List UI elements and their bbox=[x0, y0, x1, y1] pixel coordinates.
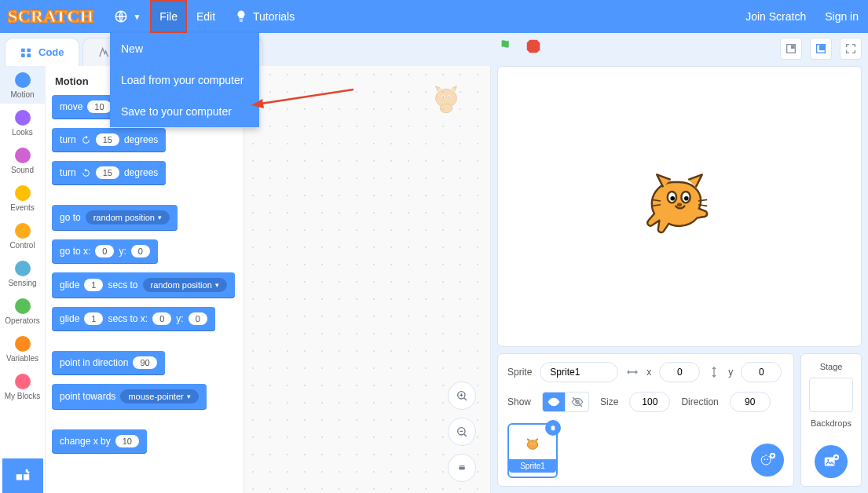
sprite-y-input[interactable] bbox=[741, 362, 782, 382]
block-dropdown[interactable]: random position bbox=[86, 210, 170, 225]
block-input[interactable]: 90 bbox=[133, 356, 156, 369]
block-input[interactable]: 1 bbox=[84, 312, 103, 325]
image-plus-icon bbox=[822, 453, 840, 470]
block-turn-ccw[interactable]: turn15degrees bbox=[52, 161, 166, 184]
block-text: glide bbox=[60, 279, 79, 290]
stage-heading: Stage bbox=[820, 362, 843, 371]
eye-icon bbox=[548, 396, 560, 408]
cat-motion[interactable]: Motion bbox=[0, 66, 46, 104]
stage-small-button[interactable] bbox=[780, 38, 802, 60]
block-point-towards[interactable]: point towardsmouse-pointer bbox=[52, 384, 207, 409]
cat-sensing[interactable]: Sensing bbox=[0, 254, 46, 292]
block-dropdown[interactable]: random position bbox=[143, 278, 227, 292]
cat-events[interactable]: Events bbox=[0, 179, 46, 217]
sprite-cat[interactable] bbox=[636, 163, 723, 250]
block-input[interactable]: 10 bbox=[87, 100, 111, 113]
hide-sprite-button[interactable] bbox=[566, 392, 589, 412]
svg-point-36 bbox=[767, 458, 768, 460]
code-icon bbox=[20, 46, 32, 59]
cat-plus-icon bbox=[759, 451, 776, 469]
sprite-name-input[interactable] bbox=[540, 362, 618, 382]
block-text: secs to bbox=[108, 279, 137, 290]
add-extension-button[interactable] bbox=[2, 458, 43, 493]
svg-rect-11 bbox=[820, 46, 826, 49]
workspace-sprite-watermark bbox=[427, 80, 465, 121]
stage[interactable] bbox=[497, 66, 862, 347]
block-goto-xy[interactable]: go to x:0y:0 bbox=[52, 239, 158, 263]
block-dropdown[interactable]: mouse-pointer bbox=[120, 389, 198, 404]
sprite-info-panel: Sprite x y Show Size bbox=[497, 353, 794, 487]
block-text: move bbox=[60, 101, 82, 112]
sprite-thumbnail[interactable]: Sprite1 bbox=[507, 423, 558, 478]
file-load[interactable]: Load from your computer bbox=[110, 64, 259, 96]
block-change-x[interactable]: change x by10 bbox=[52, 429, 147, 453]
direction-label: Direction bbox=[681, 396, 718, 407]
xy-arrows-icon bbox=[626, 366, 639, 378]
tutorials-button[interactable]: Tutorials bbox=[225, 0, 304, 33]
cat-looks[interactable]: Looks bbox=[0, 104, 46, 141]
cat-looks-label: Looks bbox=[12, 128, 33, 137]
block-goto-menu[interactable]: go torandom position bbox=[52, 205, 178, 230]
lightbulb-icon bbox=[234, 9, 248, 24]
stage-panel: Stage Backdrops bbox=[800, 353, 862, 487]
show-sprite-button[interactable] bbox=[542, 392, 566, 412]
cat-variables[interactable]: Variables bbox=[0, 330, 46, 367]
block-text: point in direction bbox=[60, 357, 128, 368]
tab-code[interactable]: Code bbox=[5, 38, 79, 66]
block-text: turn bbox=[60, 167, 76, 178]
svg-rect-6 bbox=[27, 53, 31, 57]
svg-point-35 bbox=[764, 458, 765, 460]
block-input[interactable]: 0 bbox=[152, 312, 171, 325]
add-backdrop-button[interactable] bbox=[815, 445, 848, 478]
block-glide-xy[interactable]: glide1secs to x:0y:0 bbox=[52, 307, 215, 330]
scratch-logo[interactable]: SCRATCH bbox=[0, 6, 104, 27]
stage-thumbnail[interactable] bbox=[809, 378, 853, 412]
sprite-size-input[interactable] bbox=[629, 392, 670, 412]
zoom-reset-button[interactable]: = bbox=[448, 454, 476, 482]
block-glide-menu[interactable]: glide1secs torandom position bbox=[52, 272, 235, 298]
block-input[interactable]: 10 bbox=[115, 435, 139, 447]
fullscreen-button[interactable] bbox=[840, 38, 862, 60]
file-dropdown: New Load from your computer Save to your… bbox=[110, 33, 259, 127]
stop-icon[interactable] bbox=[525, 38, 542, 55]
svg-rect-13 bbox=[23, 474, 28, 480]
block-text: go to bbox=[60, 212, 81, 223]
block-input[interactable]: 0 bbox=[189, 312, 207, 325]
file-save[interactable]: Save to your computer bbox=[110, 96, 259, 127]
green-flag-icon[interactable] bbox=[498, 38, 515, 55]
svg-point-19 bbox=[449, 97, 450, 98]
cat-operators[interactable]: Operators bbox=[0, 292, 46, 330]
cat-sound[interactable]: Sound bbox=[0, 141, 46, 179]
block-input[interactable]: 15 bbox=[96, 166, 119, 179]
block-input[interactable]: 1 bbox=[84, 279, 103, 291]
join-scratch-button[interactable]: Join Scratch bbox=[736, 0, 815, 33]
svg-rect-12 bbox=[16, 474, 21, 480]
scripting-workspace[interactable]: = bbox=[244, 66, 491, 493]
block-turn-cw[interactable]: turn15degrees bbox=[52, 128, 166, 152]
cat-icon bbox=[518, 429, 548, 459]
sign-in-button[interactable]: Sign in bbox=[815, 0, 868, 33]
file-menu-button[interactable]: File bbox=[150, 0, 187, 33]
delete-sprite-button[interactable] bbox=[545, 420, 561, 436]
block-input[interactable]: 15 bbox=[96, 133, 119, 146]
cat-myblocks[interactable]: My Blocks bbox=[0, 367, 46, 405]
svg-point-15 bbox=[440, 104, 452, 113]
sprite-direction-input[interactable] bbox=[730, 392, 771, 412]
block-point-direction[interactable]: point in direction90 bbox=[52, 351, 165, 374]
language-menu[interactable]: ▼ bbox=[104, 0, 150, 33]
annotation-arrow bbox=[251, 82, 361, 113]
sprite-thumb-label: Sprite1 bbox=[509, 459, 556, 473]
zoom-in-button[interactable] bbox=[448, 382, 476, 410]
svg-rect-38 bbox=[825, 458, 835, 466]
stage-large-button[interactable] bbox=[810, 38, 832, 60]
cat-control[interactable]: Control bbox=[0, 217, 46, 254]
sprite-label: Sprite bbox=[507, 367, 532, 378]
zoom-out-button[interactable] bbox=[448, 418, 476, 446]
edit-menu-button[interactable]: Edit bbox=[187, 0, 225, 33]
sprite-x-input[interactable] bbox=[659, 362, 700, 382]
add-sprite-button[interactable] bbox=[751, 444, 784, 477]
file-new[interactable]: New bbox=[110, 33, 259, 64]
block-input[interactable]: 0 bbox=[95, 245, 114, 257]
block-text: y: bbox=[176, 313, 183, 324]
block-input[interactable]: 0 bbox=[131, 245, 150, 257]
